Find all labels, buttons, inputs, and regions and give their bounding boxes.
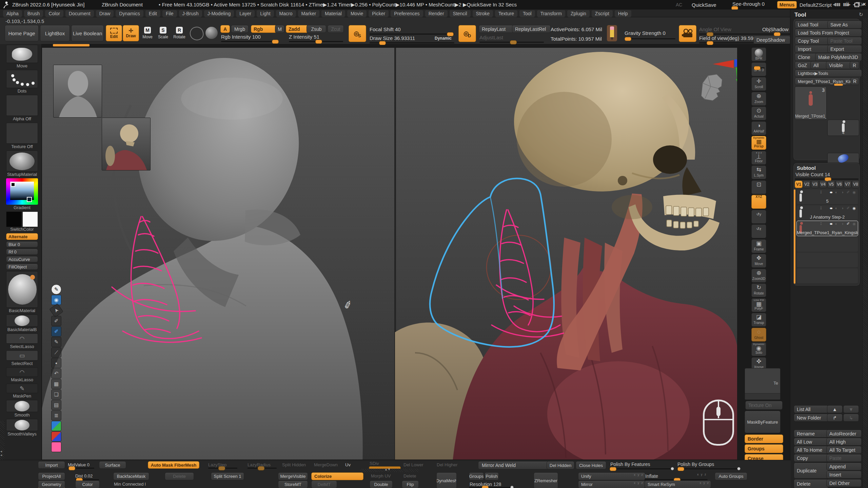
- shelf--z[interactable]: ↺z: [751, 224, 766, 238]
- shelf-zoom[interactable]: ⊕Zoom: [751, 92, 766, 106]
- pen-circle-icon[interactable]: ✎: [51, 284, 61, 294]
- menu-document[interactable]: Document: [65, 10, 94, 17]
- menu-brush[interactable]: Brush: [24, 10, 44, 17]
- copy-tool-button[interactable]: Copy Tool: [795, 37, 829, 45]
- shelf-xyz[interactable]: XYZ: [751, 195, 766, 209]
- dynamesh-button[interactable]: DynaMesh: [436, 472, 457, 488]
- scale-button[interactable]: S Scale: [156, 25, 170, 41]
- trash-icon[interactable]: ▦: [51, 379, 61, 389]
- subtool-shaded-icon[interactable]: ◐: [835, 206, 837, 210]
- merge-down-button[interactable]: MergeDown: [314, 462, 338, 467]
- save-as-button[interactable]: Save As: [827, 21, 862, 28]
- sidebar-texture-off[interactable]: [6, 123, 38, 144]
- backface-mask-button[interactable]: BackfaceMask: [113, 472, 149, 480]
- groups-button[interactable]: Groups: [745, 444, 783, 453]
- subtool-tab-v1[interactable]: V1: [795, 181, 803, 188]
- lightbox-button[interactable]: LightBox: [40, 25, 70, 41]
- focal-shift-slider-label[interactable]: Focal Shift 40: [370, 26, 401, 32]
- all-to-home-button[interactable]: All To Home: [794, 446, 828, 454]
- tool-item[interactable]: 3 Merged_TPose1_: [795, 86, 827, 120]
- subtool-eye-icon[interactable]: ◉: [852, 206, 856, 210]
- menu-j-modeling[interactable]: J-Modeling: [204, 10, 234, 17]
- rgb-intensity-slider-label[interactable]: Rgb Intensity 100: [221, 34, 261, 40]
- tool-item[interactable]: 4: [827, 120, 859, 136]
- document-canvas[interactable]: ✎◉➤✐✐✎⟋•↶▦❏▤≣ ✐: [42, 47, 737, 460]
- pink-swatch-icon[interactable]: [51, 442, 61, 452]
- sidebar-basicmaterial[interactable]: [6, 271, 38, 308]
- subtool-polypaint-icon[interactable]: ●●: [830, 190, 831, 194]
- sidebar-blur-0[interactable]: Blur 0: [6, 241, 38, 247]
- lightbox-tools-button[interactable]: Lightbox▶Tools: [795, 69, 862, 77]
- sidebar-move[interactable]: [6, 45, 38, 63]
- menu-dynamics[interactable]: Dynamics: [115, 10, 143, 17]
- inflate-slider[interactable]: [645, 479, 708, 480]
- fov-slider-label[interactable]: Field of view(deg) 39.59775: [699, 35, 762, 41]
- see-through-slider-label[interactable]: See-through 0: [732, 1, 765, 7]
- subtool-download-icon[interactable]: ↧: [820, 206, 823, 210]
- border-button[interactable]: Border: [745, 434, 783, 443]
- subtool-down-button[interactable]: ▼: [843, 405, 859, 413]
- home-page-button[interactable]: Home Page: [5, 25, 39, 41]
- split-screen-button[interactable]: Split Screen 1: [211, 472, 244, 480]
- shelf-move[interactable]: ✥Move: [751, 254, 766, 268]
- live-boolean-button[interactable]: Live Boolean: [71, 25, 104, 41]
- draw-size-slider[interactable]: [370, 42, 454, 43]
- shelf-solo[interactable]: Dynamic◉Solo: [751, 342, 766, 356]
- delete-fibers-button[interactable]: Delete: [165, 472, 194, 480]
- smart-resym-button[interactable]: Smart ReSymx y z: [645, 481, 711, 488]
- menu-marker[interactable]: Marker: [298, 10, 320, 17]
- flip-button[interactable]: Flip: [402, 481, 419, 488]
- subtool-brush-icon[interactable]: ✐: [847, 206, 850, 210]
- del-hidden-button[interactable]: Del Hidden: [547, 461, 574, 469]
- menu-j-brush[interactable]: J-Brush: [179, 10, 202, 17]
- subtool-polypaint-icon[interactable]: ●●: [830, 206, 831, 210]
- menu-texture[interactable]: Texture: [495, 10, 518, 17]
- lightbox-divider-handle[interactable]: [53, 44, 90, 46]
- polyframe-head-icon[interactable]: [697, 72, 725, 103]
- sidebar-startupmaterial[interactable]: [6, 150, 38, 171]
- colorize-button[interactable]: Colorize: [311, 472, 363, 480]
- pen-blue-icon[interactable]: ✐: [51, 326, 61, 337]
- rename-button[interactable]: Rename: [794, 430, 828, 438]
- subtool-row[interactable]: ◉✐◑◐●●↧J Anatomy Step-2: [797, 205, 858, 221]
- sidebar-switchcolor[interactable]: [6, 211, 38, 226]
- all-to-target-button[interactable]: All To Target: [826, 446, 862, 454]
- dist-slider[interactable]: [75, 479, 99, 480]
- tray-scrollbar[interactable]: [862, 18, 867, 488]
- adjust-last-slider-label[interactable]: AdjustLast: [479, 35, 503, 40]
- shelf-bpr[interactable]: BPR: [751, 47, 766, 61]
- mirror-and-weld-button[interactable]: Mirror And Weld: [478, 461, 549, 469]
- reference-thumbnail-anatomy[interactable]: [102, 118, 151, 170]
- size-quick-widget[interactable]: ◎S: [349, 25, 366, 42]
- shelf-scroll[interactable]: ✛Scroll: [751, 77, 766, 91]
- sidebar-fillobject[interactable]: FillObject: [6, 264, 38, 270]
- subtool-row[interactable]: ◉✐◑◐●●↧5: [797, 189, 858, 205]
- shelf-spix-3[interactable]: SPix 3: [751, 62, 766, 76]
- surface-button[interactable]: Surface: [99, 461, 126, 469]
- paste-tool-button[interactable]: Paste Tool: [827, 37, 862, 45]
- reference-thumbnail-gray[interactable]: [53, 65, 102, 118]
- subtool-download-icon[interactable]: ↧: [820, 190, 823, 195]
- shelf-actual[interactable]: ⊙Actual: [751, 106, 766, 120]
- close-icon[interactable]: ×: [863, 1, 866, 7]
- menu-layer[interactable]: Layer: [236, 10, 255, 17]
- shelf-transp[interactable]: ◪Transp: [751, 313, 766, 327]
- sidebar-alpha-off[interactable]: [6, 95, 38, 116]
- sidebar-accucurve[interactable]: AccuCurve: [6, 256, 38, 262]
- auto-reorder-button[interactable]: AutoReorder: [826, 430, 862, 438]
- menu-stroke[interactable]: Stroke: [472, 10, 493, 17]
- geometry-tab-button[interactable]: Geometry: [38, 481, 65, 488]
- minimize-icon[interactable]: ⍗: [846, 1, 849, 7]
- shelf-frame[interactable]: ▣Frame: [751, 239, 766, 253]
- pen2-icon[interactable]: ✐: [51, 316, 61, 326]
- palette-refresh-icon[interactable]: ↻: [859, 12, 863, 18]
- palette-swatch-icon[interactable]: [51, 421, 61, 431]
- fiber-import-button[interactable]: Import: [38, 461, 65, 469]
- undo-icon[interactable]: ↶: [51, 368, 61, 379]
- zadd-button[interactable]: Zadd: [286, 25, 308, 33]
- polish-by-features-slider-label[interactable]: Polish By Features: [610, 462, 650, 467]
- polish-by-features-slider[interactable]: [609, 468, 673, 469]
- sidebar-selectrect[interactable]: ▭: [6, 350, 38, 361]
- unify-button[interactable]: Unifyx y z: [578, 472, 645, 480]
- visible-count-slider[interactable]: [795, 179, 859, 180]
